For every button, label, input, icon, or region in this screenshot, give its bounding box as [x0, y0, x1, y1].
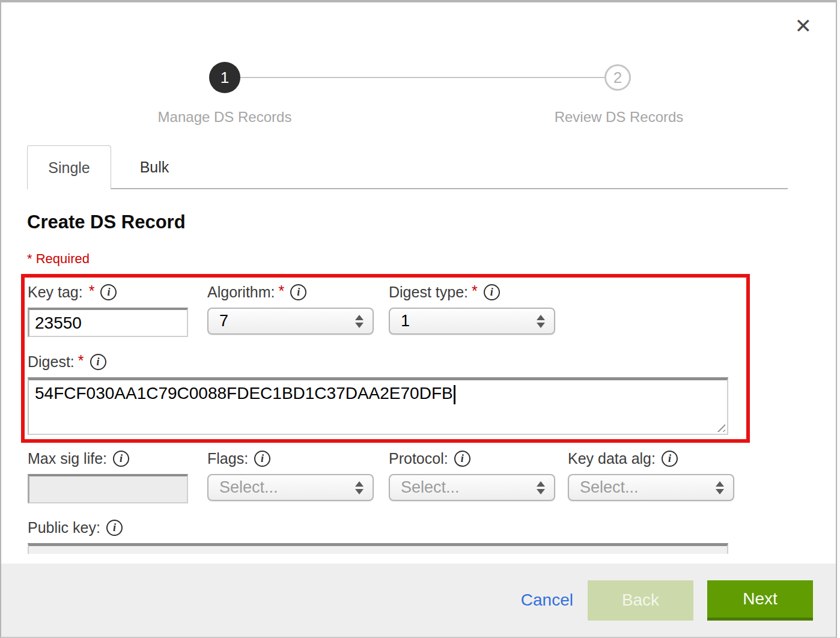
digest-value: 54FCF030AA1C79C0088FDEC1BD1C37DAA2E70DFB: [35, 384, 453, 403]
select-arrows-icon: [537, 315, 545, 328]
step-2-indicator: 2: [604, 64, 631, 91]
required-asterisk: *: [472, 282, 478, 300]
key-tag-input[interactable]: [28, 308, 188, 337]
public-key-label-row: Public key: i: [28, 517, 728, 538]
required-asterisk: *: [279, 282, 285, 300]
max-sig-life-label-row: Max sig life: i: [28, 448, 188, 469]
step-1-label: Manage DS Records: [129, 109, 321, 126]
select-arrows-icon: [355, 315, 364, 328]
select-arrows-icon: [355, 481, 364, 494]
key-data-alg-label-row: Key data alg: i: [568, 448, 734, 469]
info-icon[interactable]: i: [254, 451, 270, 467]
info-icon[interactable]: i: [100, 284, 117, 300]
key-data-alg-placeholder: Select...: [580, 478, 639, 497]
stepper-connector-line: [225, 77, 618, 78]
key-tag-label-row: Key tag: * i: [28, 281, 188, 303]
create-ds-record-modal: ✕ 1 2 Manage DS Records Review DS Record…: [0, 0, 837, 638]
select-arrows-icon: [716, 481, 724, 494]
info-icon[interactable]: i: [113, 451, 129, 467]
algorithm-label-row: Algorithm: * i: [207, 281, 374, 303]
algorithm-selected-value: 7: [219, 312, 228, 330]
page-title: Create DS Record: [27, 211, 186, 233]
digest-label: Digest:: [28, 353, 75, 371]
required-asterisk: *: [89, 282, 95, 300]
field-digest: Digest: * i 54FCF030AA1C79C0088FDEC1BD1C…: [28, 351, 728, 435]
protocol-select[interactable]: Select...: [389, 474, 555, 501]
cancel-button[interactable]: Cancel: [521, 591, 573, 610]
digest-type-label: Digest type:: [389, 284, 468, 301]
info-icon[interactable]: i: [662, 451, 678, 467]
protocol-label: Protocol:: [389, 450, 448, 467]
step-2-label: Review DS Records: [523, 109, 715, 126]
info-icon[interactable]: i: [484, 284, 500, 300]
digest-type-select[interactable]: 1: [389, 308, 555, 335]
required-note: * Required: [27, 251, 90, 267]
max-sig-life-input: [28, 474, 188, 503]
info-icon[interactable]: i: [106, 520, 123, 536]
tab-bulk[interactable]: Bulk: [112, 145, 196, 189]
next-button[interactable]: Next: [707, 580, 813, 621]
flags-select[interactable]: Select...: [207, 474, 374, 501]
select-arrows-icon: [537, 481, 545, 494]
field-public-key: Public key: i: [28, 517, 728, 554]
field-key-data-alg: Key data alg: i Select...: [568, 448, 734, 501]
required-asterisk: *: [78, 352, 84, 369]
flags-label: Flags:: [207, 450, 248, 467]
key-tag-label: Key tag:: [28, 284, 83, 301]
digest-type-selected-value: 1: [401, 312, 410, 330]
protocol-placeholder: Select...: [401, 478, 460, 497]
text-caret: [454, 385, 455, 404]
resize-grip-icon[interactable]: [714, 421, 725, 432]
field-algorithm: Algorithm: * i 7: [207, 281, 374, 335]
digest-textarea[interactable]: 54FCF030AA1C79C0088FDEC1BD1C37DAA2E70DFB: [28, 377, 728, 435]
field-max-sig-life: Max sig life: i: [28, 448, 188, 503]
tab-bottom-rule: [111, 188, 788, 189]
public-key-label: Public key:: [28, 519, 100, 536]
info-icon[interactable]: i: [290, 284, 306, 300]
close-icon[interactable]: ✕: [795, 16, 812, 36]
field-protocol: Protocol: i Select...: [389, 448, 555, 501]
field-flags: Flags: i Select...: [207, 448, 374, 501]
tab-single[interactable]: Single: [27, 145, 111, 189]
key-data-alg-label: Key data alg:: [568, 450, 656, 467]
digest-type-label-row: Digest type: * i: [389, 281, 555, 303]
modal-footer: Cancel Back Next: [1, 564, 836, 637]
step-1-indicator: 1: [209, 62, 240, 93]
algorithm-label: Algorithm:: [207, 284, 275, 301]
info-icon[interactable]: i: [454, 451, 470, 467]
algorithm-select[interactable]: 7: [207, 308, 374, 335]
field-digest-type: Digest type: * i 1: [389, 281, 555, 335]
flags-placeholder: Select...: [219, 478, 278, 497]
digest-label-row: Digest: * i: [28, 351, 728, 372]
public-key-textarea[interactable]: [28, 543, 728, 554]
info-icon[interactable]: i: [90, 354, 106, 370]
key-data-alg-select[interactable]: Select...: [568, 474, 734, 501]
max-sig-life-label: Max sig life:: [28, 450, 107, 467]
flags-label-row: Flags: i: [207, 448, 374, 469]
field-key-tag: Key tag: * i: [28, 281, 188, 337]
protocol-label-row: Protocol: i: [389, 448, 555, 469]
back-button: Back: [588, 580, 693, 621]
